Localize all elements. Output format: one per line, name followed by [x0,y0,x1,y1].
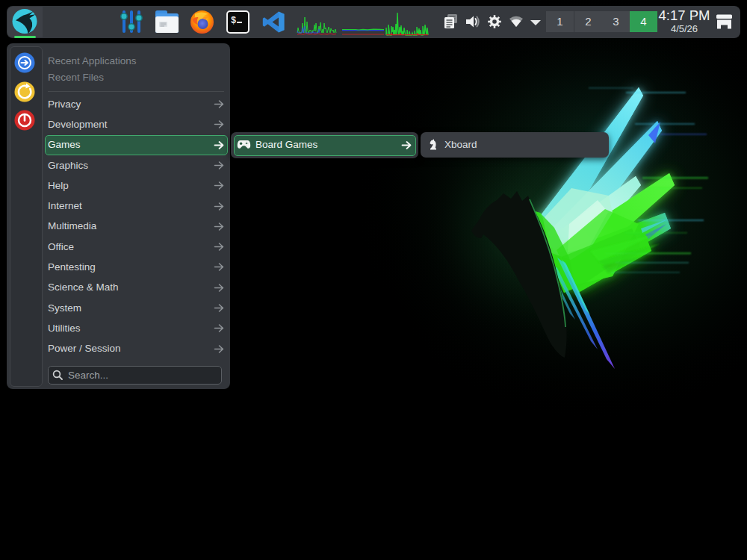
svg-text:$: $ [231,16,236,26]
